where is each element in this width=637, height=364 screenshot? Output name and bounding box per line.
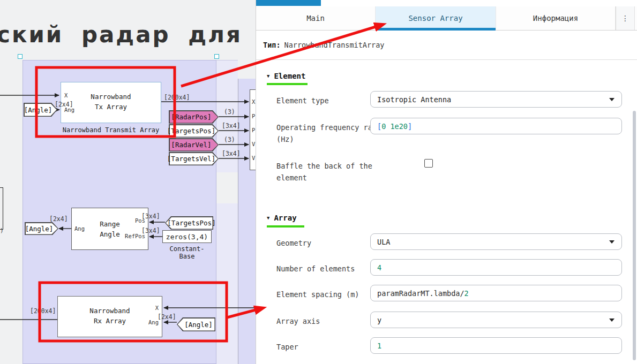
dropdown-geometry[interactable]: ULA	[370, 233, 622, 250]
signal-dim: [200x4]	[164, 94, 190, 101]
chevron-down-icon	[609, 240, 614, 244]
scrollbar-thumb[interactable]	[633, 111, 636, 360]
block-caption-tx: Narrowband Transmit Array	[48, 126, 174, 134]
signal-dim: (3)	[224, 136, 235, 143]
block-narrowband-tx-array[interactable]: Narrowband Tx Array X Ang	[61, 82, 161, 123]
area-annotation-strip-bottom[interactable]	[216, 203, 238, 364]
chevron-down-icon	[609, 318, 614, 322]
input-frequency-range[interactable]: [0 1e20]	[370, 118, 622, 134]
signal-dim: (3)	[224, 108, 235, 116]
type-label: Тип:	[263, 41, 281, 49]
property-inspector-panel: Main Sensor Array Информация ⋮ Тип: Narr…	[256, 0, 637, 364]
signal-dim: [3x4]	[222, 122, 241, 130]
port-label: P	[252, 113, 255, 119]
block-caption-constant: Constant-Base	[162, 245, 212, 260]
panel-tab-bar: Main Sensor Array Информация ⋮	[256, 6, 637, 31]
from-tag-targetspos[interactable]: [TargetsPos]	[169, 124, 219, 138]
dropdown-element-type[interactable]: Isotropic Antenna	[370, 91, 622, 108]
checkbox-baffle[interactable]	[424, 159, 433, 168]
block-range-angle[interactable]: Range Angle Ang Pos RefPos	[71, 208, 148, 250]
from-tag-radarpos[interactable]: [RadarPos]	[169, 110, 219, 124]
signal-dim: [2x4]	[49, 215, 68, 223]
panel-docked-title-tab[interactable]	[256, 0, 321, 6]
signal-dim: [2x4]	[55, 101, 73, 108]
input-element-spacing[interactable]: paramRadarMT.lambda/2	[370, 285, 622, 301]
block-constant-zeros[interactable]: zeros(3,4)	[162, 230, 212, 243]
selection-handle[interactable]	[18, 54, 23, 59]
signal-dim: [3x4]	[141, 213, 160, 220]
section-header-element[interactable]: ▼ Element	[267, 72, 305, 80]
simulink-editor: ский радар для обнаруж ) Narrowband Tx A…	[0, 0, 637, 364]
goto-tag-angle[interactable]: [Angle]	[25, 222, 58, 235]
tab-information[interactable]: Информация	[496, 6, 616, 30]
from-tag-angle[interactable]: [Angle]	[24, 103, 57, 117]
chevron-down-icon	[609, 98, 614, 101]
collapse-triangle-icon: ▼	[267, 73, 269, 79]
from-tag-targetspos-mid[interactable]: [TargetsPos]	[165, 216, 213, 230]
block-type-row: Тип: NarrowbandTransmitArray	[256, 31, 637, 60]
from-tag-radarvel[interactable]: [RadarVel]	[169, 138, 219, 151]
tab-sensor-array[interactable]: Sensor Array	[376, 6, 496, 30]
type-value: NarrowbandTransmitArray	[284, 41, 385, 49]
input-taper[interactable]: 1	[370, 337, 622, 354]
signal-dim: [200x4]	[30, 307, 56, 315]
section-underline	[267, 225, 304, 228]
clipped-signal-label: )	[0, 227, 4, 234]
block-narrowband-rx-array[interactable]: Narrowband Rx Array X Ang	[57, 296, 162, 337]
input-number-of-elements[interactable]: 4	[370, 259, 622, 276]
port-label-x: X	[155, 305, 159, 311]
tab-main[interactable]: Main	[256, 6, 376, 30]
section-header-array[interactable]: ▼ Array	[267, 214, 297, 222]
field-label-baffle: Baffle the back of the element	[276, 160, 393, 184]
collapse-triangle-icon: ▼	[267, 215, 269, 221]
from-tag-angle-rx[interactable]: [Angle]	[177, 317, 215, 331]
port-label: P	[252, 127, 255, 133]
port-label: V	[252, 155, 255, 161]
offscreen-block-edge[interactable]	[0, 187, 3, 230]
port-label-ang: Ang	[74, 225, 85, 232]
selection-handle[interactable]	[214, 54, 219, 59]
signal-dim: [3x4]	[141, 227, 160, 234]
port-label-x: X	[64, 92, 68, 98]
dropdown-array-axis[interactable]: y	[370, 312, 622, 328]
kebab-menu-icon[interactable]: ⋮	[616, 6, 635, 30]
port-label: V	[252, 141, 255, 147]
signal-dim: [3x4]	[222, 150, 241, 157]
section-underline	[267, 83, 308, 85]
signal-dim: [2x4]	[158, 313, 176, 321]
port-label: X	[252, 98, 255, 105]
from-tag-targetsvel[interactable]: [TargetsVel]	[169, 152, 219, 165]
